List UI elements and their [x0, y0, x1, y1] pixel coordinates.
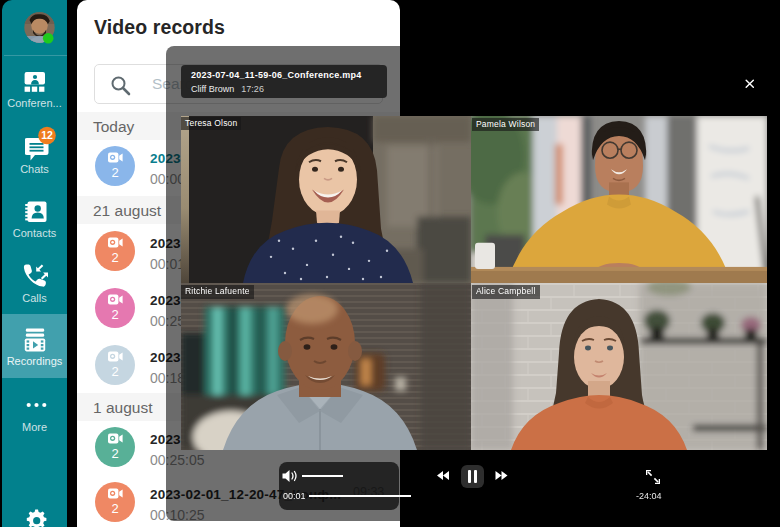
svg-text:12: 12 — [41, 129, 53, 141]
